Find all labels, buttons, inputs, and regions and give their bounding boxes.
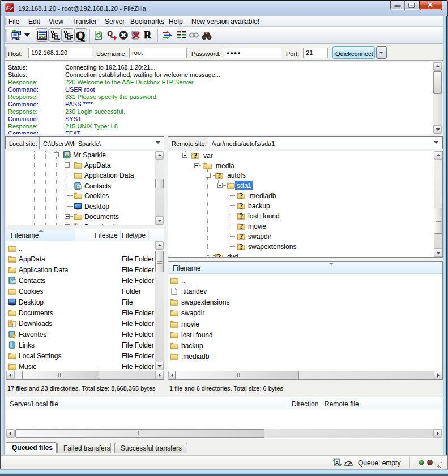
svg-text:A: A: [335, 460, 339, 466]
svg-text:F: F: [70, 35, 74, 40]
svg-text:L: L: [57, 35, 61, 40]
